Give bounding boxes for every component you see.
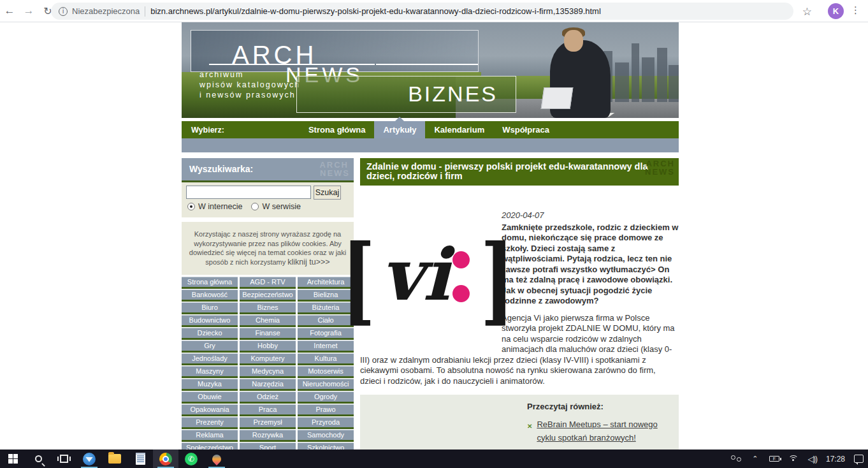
search-title: Wyszukiwarka: <box>189 164 253 174</box>
category-button[interactable]: Obuwie <box>182 391 238 404</box>
category-button[interactable]: Odzież <box>240 391 296 404</box>
task-view-icon <box>60 455 68 463</box>
taskbar-search-button[interactable] <box>25 450 51 468</box>
category-button[interactable]: Komputery <box>240 353 296 365</box>
category-button[interactable]: Nieruchomości <box>298 379 354 391</box>
wifi-tray-button[interactable] <box>784 450 803 468</box>
search-button[interactable]: Szukaj <box>314 186 341 200</box>
battery-tray-button[interactable]: Ϝ <box>765 450 784 468</box>
title-watermark: ARCH NEWS <box>645 159 675 176</box>
category-button[interactable]: Reklama <box>182 430 238 442</box>
search-input[interactable] <box>186 186 311 199</box>
nav-item-artykuły[interactable]: Artykuły <box>374 121 425 138</box>
people-icon <box>731 455 741 463</box>
vi-letters: vi <box>381 239 450 311</box>
category-button[interactable]: Przyroda <box>298 417 354 429</box>
browser-menu-icon[interactable]: ⋮ <box>851 4 860 16</box>
cookie-notice: Korzystając z naszej strony wyrażasz zgo… <box>182 222 354 275</box>
category-button[interactable]: Praca <box>240 404 296 416</box>
category-button[interactable]: Muzyka <box>182 379 238 391</box>
category-button[interactable]: Prezenty <box>182 417 238 429</box>
category-button[interactable]: Chemia <box>240 315 296 327</box>
chrome-button[interactable] <box>153 450 178 468</box>
category-button[interactable]: Opakowania <box>182 404 238 416</box>
browser-toolbar: ← → ↻ i Niezabezpieczona bizn.archnews.p… <box>0 0 868 22</box>
related-item: ✕ ReBrain Meetups – start nowego cyklu s… <box>527 418 670 444</box>
archnews-watermark: ARCH NEWS <box>319 161 349 177</box>
category-button[interactable]: Kultura <box>298 353 354 365</box>
category-button[interactable]: Internet <box>298 340 354 353</box>
action-center-button[interactable] <box>849 450 868 468</box>
color-drop-app-button[interactable] <box>204 450 229 468</box>
site-header-banner: ARCH NEWS archiwum wpisów katalogowych i… <box>182 22 679 118</box>
article-body: [ vi ] 2020-04-07 Zamknięte przedszkole,… <box>360 210 679 468</box>
category-button[interactable]: Hobby <box>240 340 296 353</box>
category-button[interactable]: Gry <box>182 340 238 353</box>
forward-icon[interactable]: → <box>19 4 38 17</box>
security-label: Niezabezpieczona <box>72 6 140 16</box>
main-nav-items: Strona głównaArtykułyKalendariumWspółpra… <box>300 121 558 138</box>
radio-service[interactable] <box>251 203 259 210</box>
sidebar: Wyszukiwarka: ARCH NEWS Szukaj W interne… <box>182 158 354 455</box>
category-button[interactable]: Finanse <box>240 328 296 340</box>
category-button[interactable]: Bankowość <box>182 289 238 302</box>
nav-item-kalendarium[interactable]: Kalendarium <box>425 121 493 138</box>
address-bar[interactable]: i Niezabezpieczona bizn.archnews.pl/arty… <box>51 3 793 20</box>
category-button[interactable]: Prawo <box>298 404 354 416</box>
windows-taskbar: ✆ ⌃ Ϝ ◁)) 17:28 <box>0 450 868 468</box>
whatsapp-button[interactable]: ✆ <box>178 450 204 468</box>
wifi-icon <box>788 455 799 462</box>
category-button[interactable]: Rozrywka <box>240 430 296 442</box>
address-divider <box>145 6 145 17</box>
people-tray-button[interactable] <box>727 450 746 468</box>
category-button[interactable]: AGD - RTV <box>240 277 296 289</box>
notepad-button[interactable] <box>127 450 153 468</box>
related-links-box: Przeczytaj również: ✕ ReBrain Meetups – … <box>360 395 679 453</box>
radio-internet[interactable] <box>187 203 195 210</box>
category-button[interactable]: Narzędzia <box>240 379 296 391</box>
category-button[interactable]: Samochody <box>298 430 354 442</box>
profile-avatar[interactable]: K <box>828 3 844 19</box>
related-link[interactable]: ReBrain Meetups – start nowego cyklu spo… <box>537 418 670 444</box>
taskbar-clock[interactable]: 17:28 <box>822 455 849 464</box>
category-button[interactable]: Budownictwo <box>182 315 238 327</box>
folder-icon <box>108 454 121 464</box>
back-icon[interactable]: ← <box>0 4 19 17</box>
url-text[interactable]: bizn.archnews.pl/artykul/zdalnie-w-domu-… <box>150 6 601 16</box>
category-button[interactable]: Maszyny <box>182 366 238 378</box>
nav-sub-bar <box>182 138 679 152</box>
article-column: Zdalnie w domu - pierwszy polski projekt… <box>360 158 679 468</box>
category-button[interactable]: Biznes <box>240 302 296 314</box>
header-laptop <box>541 87 574 109</box>
volume-tray-button[interactable]: ◁)) <box>803 450 822 468</box>
battery-charging-icon: Ϝ <box>769 456 779 462</box>
info-icon[interactable]: i <box>59 7 68 16</box>
category-button[interactable]: Medycyna <box>240 366 296 378</box>
start-button[interactable] <box>0 450 25 468</box>
category-button[interactable]: Przemysł <box>240 417 296 429</box>
category-button[interactable]: Biuro <box>182 302 238 314</box>
main-navigation: Wybierz: Strona głównaArtykułyKalendariu… <box>182 121 679 138</box>
cookie-link[interactable]: kliknij tu>>> <box>287 258 329 267</box>
category-button[interactable]: Jednoślady <box>182 353 238 365</box>
radio-service-label: W serwisie <box>262 202 300 211</box>
article-title: Zdalnie w domu - pierwszy polski projekt… <box>366 161 648 181</box>
category-button[interactable]: Dziecko <box>182 328 238 340</box>
nav-item-strona-główna[interactable]: Strona główna <box>300 121 375 138</box>
category-button[interactable]: Ogrody <box>298 391 354 404</box>
color-drop-icon <box>210 453 223 465</box>
category-button[interactable]: Bezpieczeństwo <box>240 289 296 302</box>
task-view-button[interactable] <box>51 450 76 468</box>
thunderbird-button[interactable] <box>76 450 102 468</box>
tray-overflow-button[interactable]: ⌃ <box>746 450 765 468</box>
category-button[interactable]: Motoserwis <box>298 366 354 378</box>
bookmark-star-icon[interactable]: ☆ <box>802 5 812 18</box>
logo-rule-2 <box>376 64 478 65</box>
nav-item-współpraca[interactable]: Współpraca <box>493 121 558 138</box>
notepad-icon <box>136 453 145 465</box>
search-icon <box>35 455 42 462</box>
section-banner-panel: BIZNES <box>296 76 516 113</box>
file-explorer-button[interactable] <box>102 450 127 468</box>
category-button[interactable]: Strona główna <box>182 277 238 289</box>
vi-agency-logo-image: [ vi ] <box>360 213 496 346</box>
